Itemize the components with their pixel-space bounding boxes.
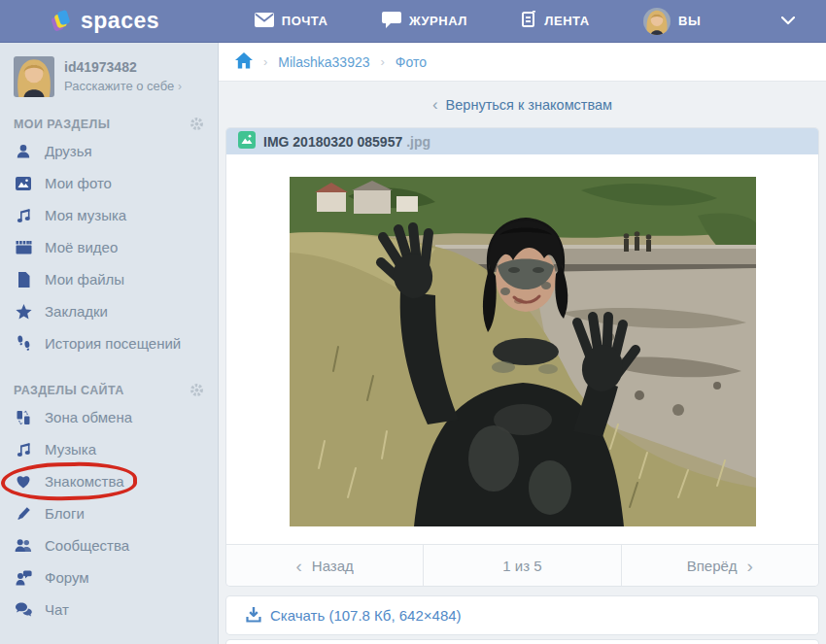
feed-icon [521,11,536,31]
group-icon [15,538,32,553]
home-icon[interactable] [235,52,253,72]
footprints-icon [15,335,32,352]
spaces-logo-icon [49,7,74,36]
item-label: Сообщества [45,537,129,554]
top-nav: ПОЧТА ЖУРНАЛ ЛЕНТА [159,8,781,35]
forum-icon [15,570,32,586]
sidebar-item-my-photos[interactable]: Мои фото [0,167,218,199]
next-label: Вперёд [687,558,738,574]
sidebar-item-my-files[interactable]: Мои файлы [0,263,218,295]
item-label: Форум [45,569,89,586]
section-title: МОИ РАЗДЕЛЫ [14,118,110,131]
item-label: Моя музыка [45,207,126,223]
nav-mail[interactable]: ПОЧТА [255,8,328,35]
sidebar-item-exchange-zone[interactable]: Зона обмена [0,401,218,433]
photo-pager: ‹ Назад 1 из 5 Вперёд › [226,544,818,586]
prev-label: Назад [312,558,354,574]
breadcrumb-page-link[interactable]: Фото [396,54,427,70]
breadcrumb-separator: › [381,54,385,69]
star-icon [15,304,32,320]
nav-feed-label: ЛЕНТА [544,14,589,28]
sidebar-item-blogs[interactable]: Блоги [0,497,218,529]
item-label: Закладки [45,303,108,320]
spaces-logo[interactable]: spaces [49,7,159,36]
sidebar-item-friends[interactable]: Друзья [0,135,218,167]
sidebar-item-visit-history[interactable]: История посещений [0,327,218,359]
sidebar-item-communities[interactable]: Сообщества [0,529,218,561]
download-link[interactable]: Скачать (107.8 Кб, 642×484) [226,596,818,634]
spaces-logo-text: spaces [81,8,159,34]
sidebar-item-my-music[interactable]: Моя музыка [0,199,218,231]
photo-filename: IMG 20180320 085957 [263,134,402,150]
photo-panel: IMG 20180320 085957.jpg [226,128,818,586]
pen-icon [15,506,32,522]
download-label: Скачать (107.8 Кб, 642×484) [270,607,462,624]
file-icon [15,272,32,288]
gear-icon[interactable] [189,117,204,131]
sidebar-item-chat[interactable]: Чат [0,593,218,626]
sidebar-item-forum[interactable]: Форум [0,561,218,593]
sidebar-section-site: РАЗДЕЛЫ САЙТА [0,373,218,401]
nav-you[interactable]: ВЫ [643,8,701,35]
section-title: РАЗДЕЛЫ САЙТА [14,384,124,397]
photo-icon [15,177,32,190]
main-content: › Milashka33923 › Фото ‹ Вернуться к зна… [219,43,826,644]
sidebar-user-card[interactable]: id41973482 Расскажите о себе › [0,43,218,107]
prev-button[interactable]: ‹ Назад [226,545,423,586]
chevron-left-icon: ‹ [432,95,438,115]
next-button[interactable]: Вперёд › [621,545,818,586]
top-bar: spaces ПОЧТА ЖУРНАЛ [0,0,826,43]
sidebar-user-about: Расскажите о себе › [64,79,182,93]
item-label: Моё видео [45,239,118,255]
person-icon [15,144,32,159]
music-note-icon [15,208,32,223]
sidebar: id41973482 Расскажите о себе › МОИ РАЗДЕ… [0,43,219,644]
chevron-left-icon: ‹ [296,557,302,575]
sidebar-item-my-video[interactable]: Моё видео [0,231,218,263]
back-link-label: Вернуться к знакомствам [446,97,612,113]
item-label: История посещений [45,335,181,352]
music-note-icon [15,442,32,458]
video-clapper-icon [15,240,32,254]
photo-image [290,177,756,526]
user-avatar [643,8,671,35]
item-label: Друзья [45,143,92,159]
gear-icon[interactable] [189,383,204,397]
photo-body [226,154,818,544]
download-icon [246,606,261,626]
nav-journal-label: ЖУРНАЛ [409,14,467,28]
item-label: Блоги [45,505,85,522]
sidebar-item-bookmarks[interactable]: Закладки [0,295,218,327]
mail-icon [255,13,274,30]
sidebar-item-music[interactable]: Музыка [0,433,218,465]
chevron-down-icon[interactable] [781,17,795,25]
chat-bubbles-icon [15,602,32,617]
item-label: Знакомства [45,473,124,490]
pager-counter: 1 из 5 [423,545,620,586]
item-label: Мои фото [45,175,112,191]
heart-icon [15,474,32,489]
sidebar-user-avatar [14,56,54,97]
chevron-right-icon: › [747,557,753,575]
nav-journal[interactable]: ЖУРНАЛ [382,8,467,35]
nav-mail-label: ПОЧТА [282,14,328,28]
image-file-icon [238,131,256,153]
breadcrumb-separator: › [263,54,267,69]
sidebar-section-my: МОИ РАЗДЕЛЫ [0,107,218,135]
photo-extension: .jpg [406,134,430,150]
speech-bubble-icon [382,12,401,31]
item-label: Музыка [45,441,96,458]
back-to-dating-link[interactable]: ‹ Вернуться к знакомствам [219,87,826,122]
exchange-icon [15,410,32,425]
breadcrumb-user-link[interactable]: Milashka33923 [278,54,369,70]
item-label: Мои файлы [45,271,124,288]
next-panel-edge [226,640,818,644]
item-label: Зона обмена [45,409,132,425]
sidebar-item-dating[interactable]: Знакомства [0,465,218,497]
sidebar-user-id: id41973482 [64,56,182,75]
nav-you-label: ВЫ [678,14,701,28]
photo-titlebar: IMG 20180320 085957.jpg [226,128,818,154]
chevron-right-icon: › [178,80,182,93]
item-label: Чат [45,601,69,618]
nav-feed[interactable]: ЛЕНТА [521,8,589,35]
